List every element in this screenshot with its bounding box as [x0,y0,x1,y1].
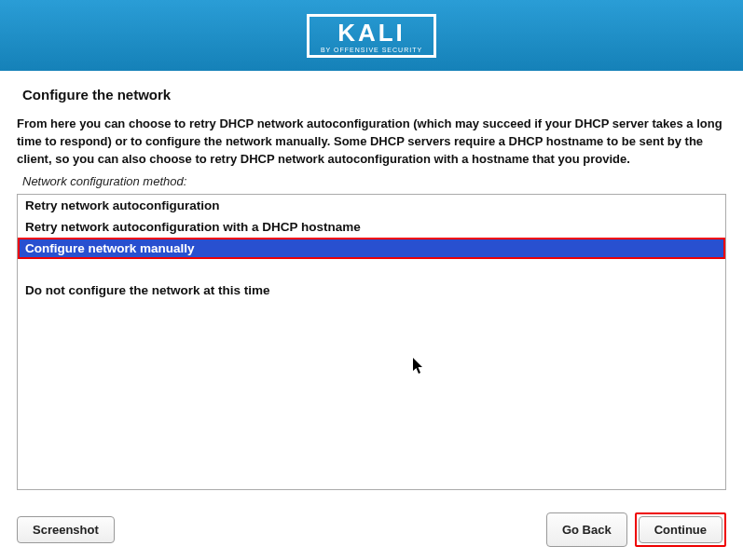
go-back-button[interactable]: Go Back [546,512,627,547]
continue-highlight: Continue [635,512,726,547]
option-separator [18,259,725,280]
continue-button[interactable]: Continue [639,516,722,543]
page-title: Configure the network [0,71,743,102]
option-retry-auto-hostname[interactable]: Retry network autoconfiguration with a D… [18,216,725,238]
brand-tagline: BY OFFENSIVE SECURITY [321,47,422,53]
network-method-options: Retry network autoconfiguration Retry ne… [17,194,726,490]
button-bar: Screenshot Go Back Continue [0,512,743,547]
method-label: Network configuration method: [17,174,726,188]
option-configure-manually[interactable]: Configure network manually [18,238,725,259]
content-area: From here you can choose to retry DHCP n… [0,102,743,490]
option-retry-auto[interactable]: Retry network autoconfiguration [18,195,725,216]
brand-logo: KALI BY OFFENSIVE SECURITY [307,14,436,58]
nav-buttons: Go Back Continue [546,512,726,547]
description-text: From here you can choose to retry DHCP n… [17,116,726,169]
installer-header: KALI BY OFFENSIVE SECURITY [0,0,743,71]
screenshot-button[interactable]: Screenshot [17,516,115,543]
brand-name: KALI [321,20,422,45]
option-do-not-configure[interactable]: Do not configure the network at this tim… [18,280,725,301]
